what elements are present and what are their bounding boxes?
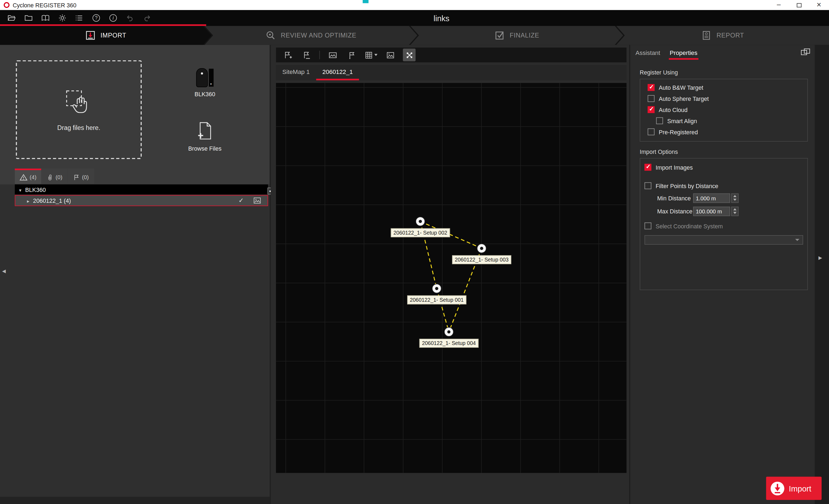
drag-area-label: Drag files here. xyxy=(58,124,100,131)
blk360-dropdown[interactable] xyxy=(209,69,213,87)
marker-tool-button[interactable] xyxy=(345,49,358,62)
setup-label[interactable]: 2060122_1- Setup 001 xyxy=(407,296,466,305)
tab-markers[interactable]: (0) xyxy=(68,168,94,184)
flag-duplicate-icon xyxy=(302,50,311,60)
workflow-step-label: REVIEW AND OPTIMIZE xyxy=(281,32,357,39)
redo-button[interactable] xyxy=(142,13,152,23)
layout-panes-button[interactable] xyxy=(800,48,810,58)
min-distance-stepper[interactable] xyxy=(731,193,738,202)
option-label: Auto Cloud xyxy=(659,107,688,113)
grid-settings-button[interactable] xyxy=(364,49,377,62)
workflow-step-report[interactable]: REPORT xyxy=(616,26,829,45)
undo-button[interactable] xyxy=(125,13,135,23)
drag-drop-area[interactable]: Drag files here. xyxy=(16,60,142,159)
tab-assistant[interactable]: Assistant xyxy=(635,47,661,60)
library-button[interactable] xyxy=(41,13,50,23)
sitemap-canvas[interactable]: 2060122_1- Setup 0022060122_1- Setup 003… xyxy=(276,83,627,473)
about-button[interactable] xyxy=(108,13,118,23)
collapse-left-panel-arrow[interactable] xyxy=(2,269,6,274)
blk360-source-button[interactable] xyxy=(196,69,213,87)
info-icon xyxy=(109,14,117,22)
option-label: Select Coordinate System xyxy=(655,223,723,229)
tab-properties[interactable]: Properties xyxy=(669,47,698,60)
setup-label[interactable]: 2060122_1- Setup 004 xyxy=(420,339,478,348)
pre-registered-checkbox[interactable] xyxy=(648,128,654,135)
markers-count: (0) xyxy=(82,174,89,180)
max-distance-stepper[interactable] xyxy=(731,206,738,216)
tab-attachments[interactable]: (0) xyxy=(41,168,68,184)
minimize-button[interactable] xyxy=(769,0,789,10)
warnings-count: (4) xyxy=(30,174,36,180)
chevron-down-icon[interactable] xyxy=(374,54,377,56)
setup-node[interactable] xyxy=(444,327,454,337)
new-project-button[interactable] xyxy=(24,13,33,23)
tab-sitemap-1[interactable]: SiteMap 1 xyxy=(276,65,316,80)
close-button[interactable] xyxy=(809,0,829,10)
auto-sphere-target-checkbox[interactable] xyxy=(648,95,654,102)
tab-warnings[interactable]: (4) xyxy=(15,168,41,184)
setup-node-dot xyxy=(480,247,483,250)
import-images-checkbox[interactable] xyxy=(645,164,651,171)
tab-dataset[interactable]: 2060122_1 xyxy=(316,65,359,80)
workflow-bar: IMPORT REVIEW AND OPTIMIZE FINALIZE REPO… xyxy=(0,26,829,45)
blk360-device-icon xyxy=(196,69,207,87)
redo-icon xyxy=(143,14,151,22)
option-label: Pre-Registered xyxy=(659,128,698,135)
workflow-step-label: IMPORT xyxy=(100,32,126,39)
settings-button[interactable] xyxy=(58,13,67,23)
undo-icon xyxy=(126,14,134,22)
setup-label[interactable]: 2060122_1- Setup 002 xyxy=(391,228,450,237)
coordinate-system-dropdown[interactable] xyxy=(645,235,803,245)
expand-icon[interactable] xyxy=(19,186,22,192)
filter-points-checkbox[interactable] xyxy=(645,183,651,189)
image-thumbnail-icon[interactable] xyxy=(253,197,261,205)
menubar: links xyxy=(0,10,829,26)
browse-files-button[interactable]: Browse Files xyxy=(188,121,221,152)
coordinate-system-checkbox[interactable] xyxy=(645,222,651,229)
folder-open-icon xyxy=(7,14,16,22)
project-name: links xyxy=(434,10,449,26)
setup-node[interactable] xyxy=(477,243,486,253)
tree-row-dataset[interactable]: 2060122_1 (4) xyxy=(15,195,268,206)
register-using-title: Register Using xyxy=(640,69,808,76)
workflow-step-import[interactable]: IMPORT xyxy=(0,26,212,45)
duplicate-sitemap-button[interactable] xyxy=(300,49,313,62)
expand-icon[interactable] xyxy=(27,197,29,204)
auto-cluster-tool-button[interactable] xyxy=(403,49,416,62)
smart-align-checkbox[interactable] xyxy=(656,117,663,124)
setup-label[interactable]: 2060122_1- Setup 003 xyxy=(452,255,511,264)
max-distance-label: Max Distance xyxy=(657,208,693,214)
open-project-button[interactable] xyxy=(7,13,16,23)
setup-node[interactable] xyxy=(416,217,425,226)
option-label: Auto B&W Target xyxy=(659,84,704,90)
left-panel-footer xyxy=(0,497,269,504)
add-sitemap-button[interactable] xyxy=(281,49,294,62)
auto-cloud-checkbox[interactable] xyxy=(648,106,654,113)
review-step-icon xyxy=(265,30,276,41)
flag-icon xyxy=(73,174,80,181)
book-icon xyxy=(41,14,50,22)
tree-row-blk360[interactable]: BLK360 xyxy=(15,184,268,194)
expand-right-panel-arrow[interactable] xyxy=(818,255,822,261)
workflow-step-label: REPORT xyxy=(716,32,744,39)
check-icon xyxy=(239,197,244,204)
setup-card-button[interactable] xyxy=(326,49,339,62)
maximize-button[interactable] xyxy=(789,0,809,10)
setup-node-dot xyxy=(435,287,438,290)
log-button[interactable] xyxy=(75,13,84,23)
help-button[interactable] xyxy=(92,13,101,23)
tree-root-label: BLK360 xyxy=(25,186,46,192)
sitemap-links xyxy=(276,83,627,473)
min-distance-label: Min Distance xyxy=(657,195,693,201)
sitemap-panel: SiteMap 1 2060122_1 2060122_1- Setup 002… xyxy=(271,45,629,504)
workflow-step-finalize[interactable]: FINALIZE xyxy=(410,26,623,45)
option-import-images: Import Images xyxy=(640,162,807,173)
setup-node[interactable] xyxy=(432,284,441,293)
workflow-step-review[interactable]: REVIEW AND OPTIMIZE xyxy=(205,26,417,45)
workflow-progress-line xyxy=(0,24,206,26)
max-distance-input[interactable] xyxy=(693,206,730,216)
min-distance-input[interactable] xyxy=(693,193,730,202)
image-view-button[interactable] xyxy=(384,49,397,62)
auto-bw-target-checkbox[interactable] xyxy=(648,84,654,91)
import-button[interactable]: Import xyxy=(766,476,822,500)
